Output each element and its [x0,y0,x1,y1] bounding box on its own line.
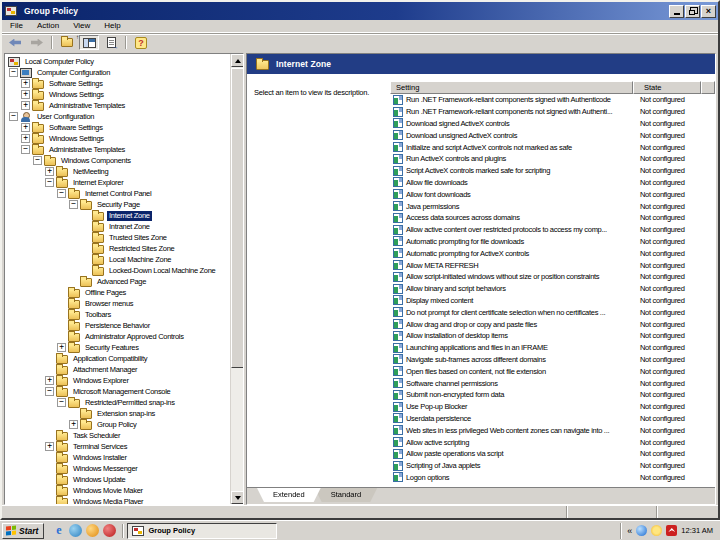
tree-item-security-page[interactable]: −Security Page [5,199,230,210]
taskbar-task-group-policy[interactable]: Group Policy [127,523,277,539]
start-button[interactable]: Start [2,523,44,539]
setting-row-allow-binary-and-script-behaviors[interactable]: Allow binary and script behaviorsNot con… [390,283,715,295]
tree-item-windows-components[interactable]: −Windows Components [5,155,230,166]
collapse-icon[interactable]: − [57,398,66,407]
blue-globe-tray-icon[interactable] [636,525,647,536]
setting-row-display-mixed-content[interactable]: Display mixed contentNot configured [390,295,715,307]
setting-row-run-activex-controls-and-plugins[interactable]: Run ActiveX controls and pluginsNot conf… [390,153,715,165]
show-hide-console-tree-button[interactable] [79,35,99,50]
antivirus-tray-icon[interactable] [666,525,677,536]
setting-row-submit-non-encrypted-form-data[interactable]: Submit non-encrypted form dataNot config… [390,389,715,401]
red-app-icon[interactable] [103,524,116,537]
menu-item-view[interactable]: View [66,20,97,32]
tree-item-terminal-services[interactable]: +Terminal Services [5,441,230,452]
setting-row-access-data-sources-across-domains[interactable]: Access data sources across domainsNot co… [390,212,715,224]
setting-row-scripting-of-java-applets[interactable]: Scripting of Java appletsNot configured [390,460,715,472]
tree-item-toolbars[interactable]: Toolbars [5,309,230,320]
expand-icon[interactable]: + [45,167,54,176]
tree-item-windows-messenger[interactable]: Windows Messenger [5,463,230,474]
setting-row-allow-meta-refresh[interactable]: Allow META REFRESHNot configured [390,259,715,271]
setting-row-use-pop-up-blocker[interactable]: Use Pop-up BlockerNot configured [390,401,715,413]
tree-scrollbar[interactable] [230,54,243,504]
expand-icon[interactable]: + [21,90,30,99]
expand-icon[interactable]: + [69,420,78,429]
internet-explorer-icon[interactable]: e [52,524,65,537]
column-header-setting[interactable]: Setting [390,81,633,94]
setting-row-logon-options[interactable]: Logon optionsNot configured [390,472,715,484]
back-button[interactable] [5,35,25,50]
tree-item-windows-media-player[interactable]: Windows Media Player [5,496,230,504]
menu-item-file[interactable]: File [3,20,30,32]
minimize-button[interactable] [669,5,684,18]
setting-row-allow-font-downloads[interactable]: Allow font downloadsNot configured [390,188,715,200]
collapse-icon[interactable]: − [9,68,18,77]
setting-row-allow-file-downloads[interactable]: Allow file downloadsNot configured [390,177,715,189]
close-button[interactable]: × [701,5,716,18]
expand-icon[interactable]: + [21,79,30,88]
setting-row-allow-script-initiated-windows-without-s[interactable]: Allow script-initiated windows without s… [390,271,715,283]
setting-row-software-channel-permissions[interactable]: Software channel permissionsNot configur… [390,377,715,389]
tree-item-browser-menus[interactable]: Browser menus [5,298,230,309]
tab-extended[interactable]: Extended [257,488,321,502]
collapse-icon[interactable]: − [45,387,54,396]
scrollbar-thumb[interactable] [231,68,244,368]
tree-item-windows-settings[interactable]: +Windows Settings [5,89,230,100]
setting-row-allow-drag-and-drop-or-copy-and-paste-fi[interactable]: Allow drag and drop or copy and paste fi… [390,318,715,330]
tree-item-security-features[interactable]: +Security Features [5,342,230,353]
expand-icon[interactable]: + [21,101,30,110]
restore-button[interactable] [685,5,700,18]
tree-item-internet-control-panel[interactable]: −Internet Control Panel [5,188,230,199]
setting-row-open-files-based-on-content-not-file-ext[interactable]: Open files based on content, not file ex… [390,365,715,377]
tree-item-windows-installer[interactable]: Windows Installer [5,452,230,463]
setting-row-download-unsigned-activex-controls[interactable]: Download unsigned ActiveX controlsNot co… [390,129,715,141]
tree-item-extension-snap-ins[interactable]: Extension snap-ins [5,408,230,419]
tree-item-administrative-templates[interactable]: −Administrative Templates [5,144,230,155]
tree-item-persistence-behavior[interactable]: Persistence Behavior [5,320,230,331]
tree-item-administrator-approved-controls[interactable]: Administrator Approved Controls [5,331,230,342]
tree-item-application-compatibility[interactable]: Application Compatibility [5,353,230,364]
tree-item-restricted-permitted-snap-ins[interactable]: −Restricted/Permitted snap-ins [5,397,230,408]
setting-row-launching-applications-and-files-in-an-i[interactable]: Launching applications and files in an I… [390,342,715,354]
tree-item-administrative-templates[interactable]: +Administrative Templates [5,100,230,111]
setting-row-automatic-prompting-for-activex-controls[interactable]: Automatic prompting for ActiveX controls… [390,247,715,259]
expand-icon[interactable]: + [21,134,30,143]
setting-row-do-not-prompt-for-client-certificate-sel[interactable]: Do not prompt for client certificate sel… [390,306,715,318]
setting-row-allow-active-content-over-restricted-pro[interactable]: Allow active content over restricted pro… [390,224,715,236]
expand-icon[interactable]: + [45,376,54,385]
collapse-icon[interactable]: − [21,145,30,154]
scroll-down-button[interactable] [231,491,244,504]
tree-item-windows-movie-maker[interactable]: Windows Movie Maker [5,485,230,496]
setting-row-navigate-sub-frames-across-different-dom[interactable]: Navigate sub-frames across different dom… [390,354,715,366]
menu-item-help[interactable]: Help [97,20,127,32]
tree-item-attachment-manager[interactable]: Attachment Manager [5,364,230,375]
setting-row-userdata-persistence[interactable]: Userdata persistenceNot configured [390,413,715,425]
help-button[interactable]: ? [131,35,151,50]
export-list-button[interactable] [101,35,121,50]
collapse-icon[interactable]: − [33,156,42,165]
tree-item-windows-settings[interactable]: +Windows Settings [5,133,230,144]
expand-icon[interactable]: + [45,442,54,451]
setting-row-java-permissions[interactable]: Java permissionsNot configured [390,200,715,212]
tree-item-software-settings[interactable]: +Software Settings [5,78,230,89]
tree-item-windows-explorer[interactable]: +Windows Explorer [5,375,230,386]
setting-row-allow-installation-of-desktop-items[interactable]: Allow installation of desktop itemsNot c… [390,330,715,342]
tree-item-local-machine-zone[interactable]: Local Machine Zone [5,254,230,265]
tree-item-restricted-sites-zone[interactable]: Restricted Sites Zone [5,243,230,254]
tree-item-offline-pages[interactable]: Offline Pages [5,287,230,298]
column-header-state[interactable]: State [633,81,701,94]
tree-item-trusted-sites-zone[interactable]: Trusted Sites Zone [5,232,230,243]
setting-row-download-signed-activex-controls[interactable]: Download signed ActiveX controlsNot conf… [390,118,715,130]
setting-row-automatic-prompting-for-file-downloads[interactable]: Automatic prompting for file downloadsNo… [390,236,715,248]
tree-item-netmeeting[interactable]: +NetMeeting [5,166,230,177]
tree-item-intranet-zone[interactable]: Intranet Zone [5,221,230,232]
setting-row-web-sites-in-less-privileged-web-content[interactable]: Web sites in less privileged Web content… [390,424,715,436]
tree-item-microsoft-management-console[interactable]: −Microsoft Management Console [5,386,230,397]
tree-item-software-settings[interactable]: +Software Settings [5,122,230,133]
tree-item-internet-explorer[interactable]: −Internet Explorer [5,177,230,188]
tree-item-computer-configuration[interactable]: −Computer Configuration [5,67,230,78]
orange-app-icon[interactable] [86,524,99,537]
scroll-up-button[interactable] [231,54,244,67]
collapse-icon[interactable]: − [57,189,66,198]
tree-item-advanced-page[interactable]: Advanced Page [5,276,230,287]
tree-item-windows-update[interactable]: Windows Update [5,474,230,485]
